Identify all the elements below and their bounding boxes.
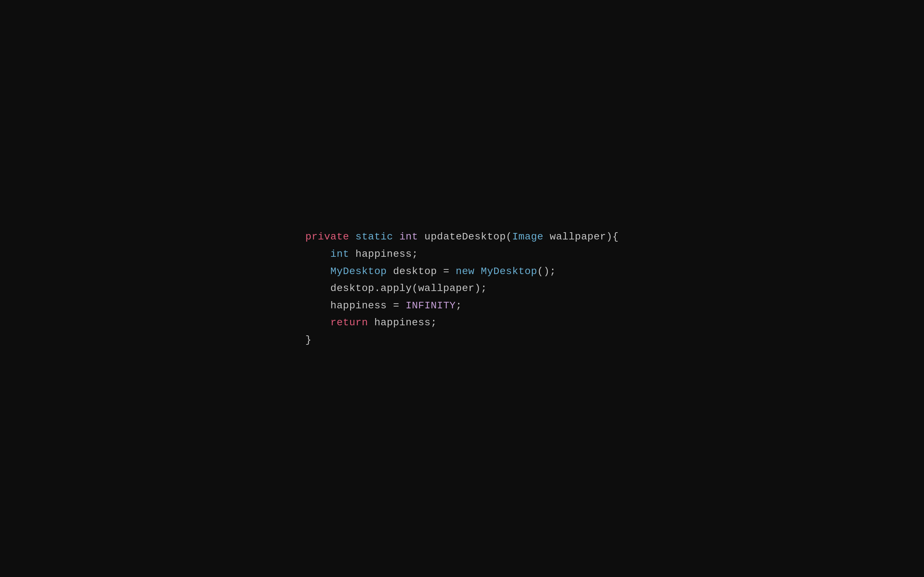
const-infinity: INFINITY <box>406 297 456 314</box>
indent-6 <box>305 314 330 331</box>
code-line-7: } <box>305 331 619 349</box>
method-name: updateDesktop( <box>418 228 512 246</box>
keyword-private: private <box>305 228 349 246</box>
type-mydesktop: MyDesktop <box>330 263 386 280</box>
code-line-6: return happiness; <box>305 314 619 331</box>
desktop-var: desktop = <box>387 263 456 280</box>
return-value: happiness; <box>368 314 437 331</box>
equals-sign: = <box>387 297 406 314</box>
apply-call: desktop.apply(wallpaper); <box>330 280 487 297</box>
type-mydesktop2: MyDesktop <box>475 263 538 280</box>
indent-3 <box>305 263 330 280</box>
indent-5 <box>305 297 330 314</box>
code-line-5: happiness = INFINITY ; <box>305 297 619 314</box>
closing-brace: } <box>305 331 312 349</box>
keyword-static: static <box>355 228 393 246</box>
keyword-int2: int <box>330 246 349 263</box>
keyword-return: return <box>330 314 368 331</box>
code-line-3: MyDesktop desktop = new MyDesktop (); <box>305 263 619 280</box>
code-line-1: private static int updateDesktop( Image … <box>305 228 619 246</box>
code-block: private static int updateDesktop( Image … <box>305 228 619 348</box>
keyword-int: int <box>399 228 418 246</box>
constructor-call: (); <box>537 263 556 280</box>
indent-4 <box>305 280 330 297</box>
space-1 <box>349 228 355 246</box>
happiness-decl: happiness; <box>349 246 418 263</box>
space-2 <box>393 228 399 246</box>
happiness-var: happiness <box>330 297 386 314</box>
type-image: Image <box>512 228 544 246</box>
params: wallpaper){ <box>544 228 619 246</box>
indent-2 <box>305 246 330 263</box>
code-line-2: int happiness; <box>305 246 619 263</box>
keyword-new: new <box>456 263 475 280</box>
semi-5: ; <box>456 297 462 314</box>
code-line-4: desktop.apply(wallpaper); <box>305 280 619 297</box>
